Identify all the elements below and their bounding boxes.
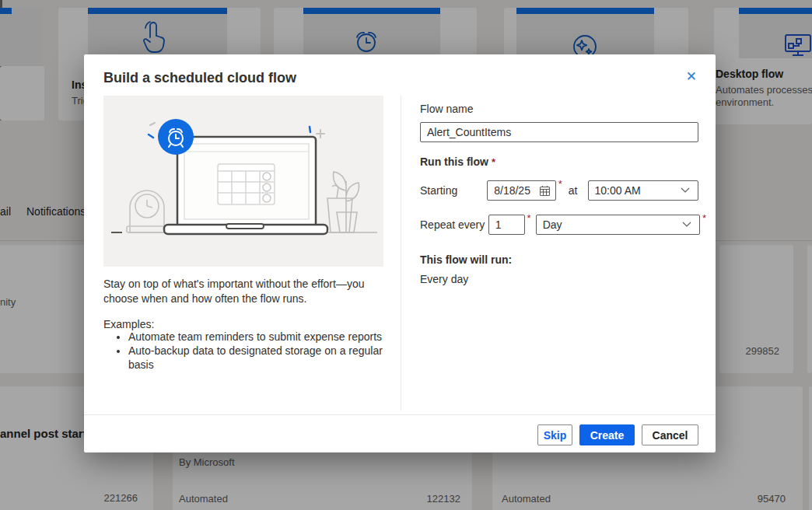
will-run-label: This flow will run: (420, 253, 512, 266)
repeat-row: Repeat every * Day * (420, 215, 706, 235)
examples-list: Automate team reminders to submit expens… (103, 330, 402, 372)
starting-row: Starting 8/18/25 (420, 180, 698, 201)
dialog-title: Build a scheduled cloud flow (103, 70, 296, 86)
repeat-interval-field[interactable] (488, 215, 525, 235)
create-button[interactable]: Create (579, 424, 635, 445)
repeat-interval-input[interactable] (495, 218, 519, 231)
scheduled-flow-illustration (103, 96, 383, 267)
cancel-button[interactable]: Cancel (642, 424, 698, 445)
example-item: Automate team reminders to submit expens… (128, 330, 402, 344)
flow-name-input[interactable] (420, 122, 698, 142)
chevron-down-icon (681, 187, 690, 194)
calendar-icon (539, 185, 551, 197)
scheduled-flow-dialog: Build a scheduled cloud flow ✕ (84, 54, 716, 452)
flow-name-label: Flow name (420, 103, 473, 115)
required-asterisk: * (492, 156, 495, 168)
repeat-frequency-dropdown[interactable]: Day (536, 215, 700, 235)
start-time-value: 10:00 AM (595, 184, 641, 197)
starting-label: Starting (420, 184, 487, 197)
dialog-description: Stay on top of what's important without … (103, 277, 388, 306)
at-label: at (569, 184, 578, 197)
required-asterisk: * (527, 213, 531, 223)
schedule-form: Flow name Run this flow* Starting 8/18/2… (420, 103, 698, 344)
start-date-value: 8/18/25 (494, 184, 530, 197)
dialog-footer: Skip Create Cancel (537, 424, 698, 445)
chevron-down-icon (682, 222, 691, 228)
close-icon[interactable]: ✕ (686, 70, 697, 83)
start-time-dropdown[interactable]: 10:00 AM (588, 180, 699, 201)
start-date-picker[interactable]: 8/18/25 (487, 180, 556, 201)
repeat-every-label: Repeat every (420, 218, 488, 231)
example-item: Auto-backup data to designated storage o… (128, 344, 402, 372)
required-asterisk: * (702, 213, 706, 223)
skip-button[interactable]: Skip (537, 424, 572, 445)
screen: Inst Trig Desktop flow Aut (0, 0, 812, 510)
footer-divider (84, 414, 716, 415)
required-asterisk: * (558, 179, 562, 189)
run-this-flow-label: Run this flow* (420, 155, 495, 168)
will-run-value: Every day (420, 273, 468, 285)
examples-label: Examples: (103, 318, 154, 330)
column-divider (401, 96, 401, 410)
repeat-frequency-value: Day (543, 218, 562, 231)
